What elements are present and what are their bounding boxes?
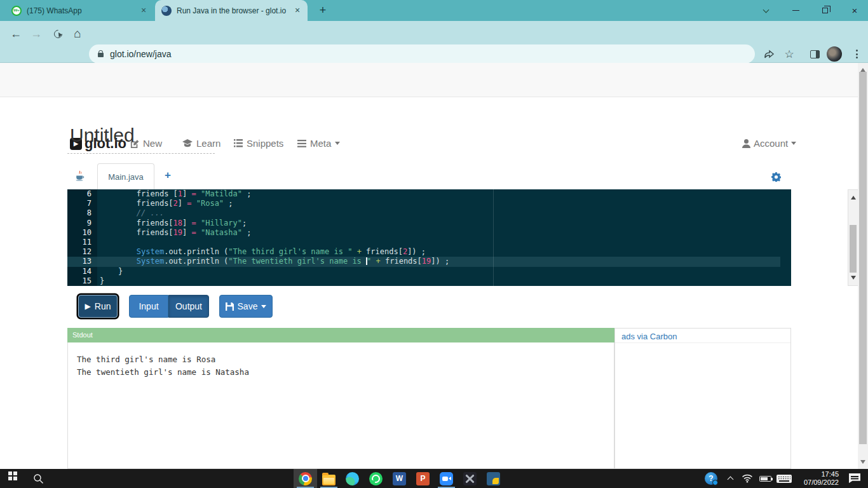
input-toggle-button[interactable]: Input xyxy=(129,295,168,318)
notifications-icon[interactable] xyxy=(841,469,868,488)
hidden-icons-chevron[interactable] xyxy=(722,469,738,488)
word-icon xyxy=(393,472,406,485)
gear-icon[interactable] xyxy=(771,172,781,184)
taskbar: ? 17:45 07/09/2022 xyxy=(0,469,868,488)
profile-avatar[interactable] xyxy=(825,45,843,63)
line-number: 12 xyxy=(67,247,97,257)
close-icon[interactable]: × xyxy=(139,6,149,16)
game-taskbar-button[interactable] xyxy=(458,469,482,488)
back-icon[interactable]: ← xyxy=(6,24,25,43)
scroll-up-icon[interactable] xyxy=(860,65,865,72)
run-button[interactable]: ▶ Run xyxy=(78,295,118,318)
code-line[interactable]: System.out.println ("The twentieth girl'… xyxy=(97,257,780,266)
stdout-header: Stdout xyxy=(67,328,614,342)
browser-toolbar: ← → ⌂ glot.io/new/java ☆ xyxy=(0,21,868,63)
code-editor[interactable]: 6789101112131415 friends [1] = "Matilda"… xyxy=(67,189,791,286)
code-line[interactable]: // ... xyxy=(97,208,780,218)
stdout-line: The twentieth girl's name is Natasha xyxy=(77,366,614,379)
add-file-button[interactable]: + xyxy=(165,169,171,182)
code-line[interactable]: } xyxy=(97,267,780,276)
close-icon[interactable]: × xyxy=(292,6,302,16)
word-taskbar-button[interactable] xyxy=(388,469,411,488)
powerpoint-taskbar-button[interactable] xyxy=(411,469,435,488)
system-tray: ? 17:45 07/09/2022 xyxy=(700,469,868,488)
nav-item-snippets[interactable]: Snippets xyxy=(234,138,283,149)
scroll-down-icon[interactable] xyxy=(851,276,856,282)
file-explorer-icon xyxy=(322,475,336,485)
tab-search-chevron-icon[interactable] xyxy=(756,4,775,17)
url-text[interactable]: glot.io/new/java xyxy=(110,49,172,59)
page-scrollbar-thumb[interactable] xyxy=(859,72,867,444)
save-button[interactable]: Save xyxy=(219,295,273,318)
ads-via-carbon-link[interactable]: ads via Carbon xyxy=(615,329,790,343)
search-icon[interactable] xyxy=(25,469,51,488)
code-line[interactable]: friends[19] = "Natasha" ; xyxy=(97,228,780,238)
address-bar[interactable]: glot.io/new/java xyxy=(89,44,755,64)
nav-item-meta[interactable]: Meta xyxy=(297,138,340,149)
scroll-down-icon[interactable] xyxy=(860,460,865,466)
code-line[interactable]: friends[2] = "Rosa" ; xyxy=(97,199,780,208)
help-icon[interactable]: ? xyxy=(700,469,722,488)
clock-time: 17:45 xyxy=(821,470,839,478)
nav-item-learn[interactable]: Learn xyxy=(182,138,220,149)
print-margin-ruler xyxy=(493,189,494,286)
line-number: 15 xyxy=(67,276,97,286)
line-number: 8 xyxy=(67,208,97,218)
whatsapp-taskbar-button[interactable] xyxy=(364,469,388,488)
game-icon xyxy=(463,472,477,485)
output-toggle-button[interactable]: Output xyxy=(168,295,209,318)
bookmark-star-icon[interactable]: ☆ xyxy=(780,45,798,63)
python-taskbar-button[interactable] xyxy=(482,469,505,488)
editor-gutter: 6789101112131415 xyxy=(67,189,97,286)
file-tab-main-java[interactable]: Main.java xyxy=(97,163,154,189)
editor-code[interactable]: friends [1] = "Matilda" ; friends[2] = "… xyxy=(97,189,780,286)
clock-date: 07/09/2022 xyxy=(804,478,839,487)
restore-button[interactable] xyxy=(815,4,834,17)
share-icon[interactable] xyxy=(760,45,778,63)
edge-taskbar-button[interactable] xyxy=(341,469,364,488)
scroll-up-icon[interactable] xyxy=(851,193,856,200)
file-explorer-taskbar-button[interactable] xyxy=(317,469,341,488)
side-panel-icon[interactable] xyxy=(806,45,824,63)
chrome-taskbar-button[interactable] xyxy=(294,469,317,488)
wifi-icon[interactable] xyxy=(738,469,756,488)
window-close-button[interactable]: × xyxy=(845,4,864,17)
taskbar-apps xyxy=(294,469,505,488)
reload-icon[interactable] xyxy=(48,24,67,43)
nav-item-new[interactable]: New xyxy=(130,138,162,149)
code-line[interactable]: System.out.println ("The third girl's na… xyxy=(97,247,780,257)
windows-start-icon[interactable] xyxy=(0,469,25,488)
account-label: Account xyxy=(754,138,788,149)
browser-tab-whatsapp[interactable]: 99+ (175) WhatsApp × xyxy=(5,0,154,21)
snippet-title[interactable]: Untitled xyxy=(70,125,135,146)
line-number: 9 xyxy=(67,219,97,228)
code-line[interactable]: friends[18] = "Hillary"; xyxy=(97,219,780,228)
nav-label: New xyxy=(143,138,162,149)
graduation-cap-icon xyxy=(182,139,193,148)
chevron-down-icon xyxy=(261,305,266,311)
menu-dots-icon[interactable] xyxy=(848,45,865,63)
minimize-button[interactable] xyxy=(786,4,805,17)
touch-keyboard-icon[interactable] xyxy=(774,469,794,488)
code-line[interactable] xyxy=(97,238,780,247)
browser-titlebar: 99+ (175) WhatsApp × Run Java in the bro… xyxy=(0,0,868,21)
new-tab-button[interactable]: + xyxy=(315,3,330,18)
zoom-icon xyxy=(440,472,453,485)
site-navbar: ▶ glot.io New Learn Snippets Meta Accoun… xyxy=(0,63,858,97)
editor-scrollbar[interactable] xyxy=(848,189,858,286)
run-label: Run xyxy=(95,301,111,311)
menu-bars-icon xyxy=(297,140,306,147)
account-menu[interactable]: Account xyxy=(742,138,796,149)
whatsapp-icon xyxy=(369,472,383,485)
line-number: 10 xyxy=(67,228,97,238)
forward-icon[interactable]: → xyxy=(27,24,46,43)
home-icon[interactable]: ⌂ xyxy=(68,24,87,43)
page-scrollbar[interactable] xyxy=(858,63,868,469)
battery-icon[interactable] xyxy=(756,469,774,488)
code-line[interactable]: } xyxy=(97,276,780,286)
zoom-taskbar-button[interactable] xyxy=(435,469,458,488)
code-line[interactable]: friends [1] = "Matilda" ; xyxy=(97,189,780,199)
browser-tab-glot[interactable]: Run Java in the browser - glot.io × xyxy=(155,0,308,21)
editor-scrollbar-thumb[interactable] xyxy=(850,225,857,273)
taskbar-clock[interactable]: 17:45 07/09/2022 xyxy=(794,469,841,488)
